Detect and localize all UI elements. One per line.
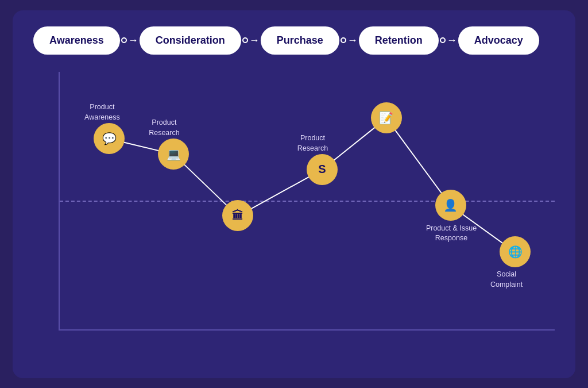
node-label-product-awareness: ProductAwareness [84, 102, 120, 122]
node-social-complaint[interactable]: 🌐 [500, 236, 531, 267]
node-icon-store-visit: 🏛 [232, 209, 243, 222]
node-document[interactable]: 📝 [371, 102, 402, 133]
arrow-sym: → [447, 35, 457, 45]
node-store-visit[interactable]: 🏛 [222, 200, 253, 231]
arrow-sym: → [249, 35, 260, 45]
arrow-dot [341, 37, 346, 43]
node-product-research-1[interactable]: 💻 [158, 139, 189, 170]
stage-arrow-0: → [121, 35, 138, 45]
main-card: Awareness→Consideration→Purchase→Retenti… [13, 10, 575, 378]
arrow-dot [242, 37, 248, 43]
node-issue-response[interactable]: 👤 [435, 190, 466, 221]
stage-pill-consideration[interactable]: Consideration [140, 26, 241, 55]
chart-inner: 💬ProductAwareness💻ProductResearch🏛SProdu… [59, 72, 555, 331]
y-axis [33, 72, 59, 331]
stage-pill-purchase[interactable]: Purchase [261, 26, 339, 55]
stages-row: Awareness→Consideration→Purchase→Retenti… [33, 26, 555, 55]
stage-arrow-3: → [440, 35, 457, 45]
node-product-research-2[interactable]: S [307, 154, 338, 185]
arrow-dot [440, 37, 446, 43]
node-label-issue-response: Product & IssueResponse [426, 224, 477, 244]
node-label-product-research-2: ProductResearch [297, 133, 328, 153]
stage-pill-awareness[interactable]: Awareness [33, 26, 120, 55]
arrow-dot [121, 37, 127, 43]
stage-arrow-2: → [341, 35, 358, 45]
node-icon-document: 📝 [379, 111, 393, 125]
stage-arrow-1: → [242, 35, 260, 45]
node-icon-issue-response: 👤 [443, 198, 458, 212]
node-product-awareness[interactable]: 💬 [94, 123, 125, 154]
node-icon-product-research-2: S [318, 163, 326, 176]
arrow-sym: → [347, 35, 358, 45]
stage-pill-advocacy[interactable]: Advocacy [458, 26, 539, 55]
node-label-social-complaint: SocialComplaint [490, 270, 523, 290]
node-label-product-research-1: ProductResearch [149, 118, 180, 138]
node-icon-product-research-1: 💻 [167, 147, 181, 161]
arrow-sym: → [128, 35, 138, 45]
chart-container: 💬ProductAwareness💻ProductResearch🏛SProdu… [33, 72, 555, 331]
node-icon-social-complaint: 🌐 [508, 245, 523, 259]
journey-path-svg [60, 72, 555, 329]
stage-pill-retention[interactable]: Retention [359, 26, 439, 55]
node-icon-product-awareness: 💬 [102, 132, 117, 145]
